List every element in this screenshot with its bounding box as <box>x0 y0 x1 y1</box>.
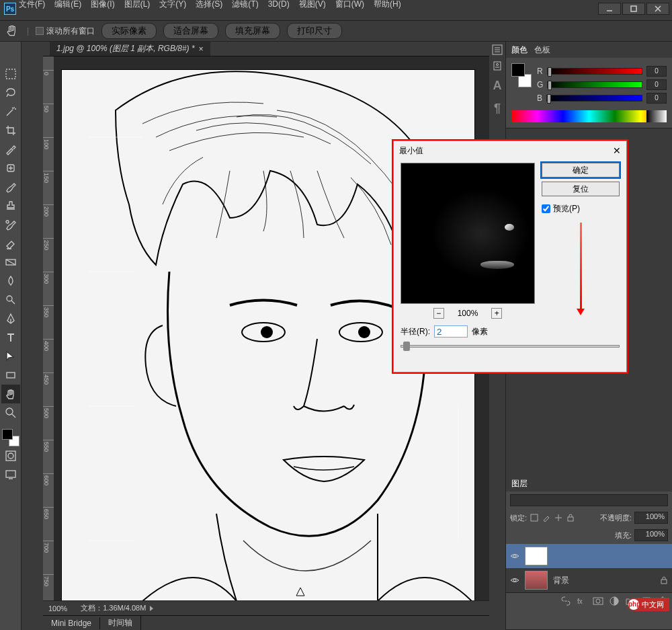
menu-window[interactable]: 窗口(W) <box>335 0 364 10</box>
wand-tool[interactable] <box>1 102 20 121</box>
tab-timeline[interactable]: 时间轴 <box>100 616 141 630</box>
document-tab[interactable]: 1.jpg @ 100% (图层 1 副本, RGB/8#) * × <box>50 42 210 56</box>
pen-tool[interactable] <box>1 309 20 328</box>
adjust-icon[interactable] <box>609 596 620 606</box>
path-tool[interactable] <box>1 347 20 366</box>
preview-label: 预览(P) <box>553 203 580 214</box>
spectrum-bar[interactable] <box>511 110 667 122</box>
maximize-button[interactable] <box>622 3 645 15</box>
history-brush-tool[interactable] <box>1 215 20 234</box>
fit-screen-button[interactable]: 适合屏幕 <box>163 23 218 39</box>
zoom-display[interactable]: 100% <box>48 604 67 613</box>
slider-b[interactable] <box>546 95 642 102</box>
tab-layers[interactable]: 图层 <box>511 478 528 489</box>
zoom-tool[interactable] <box>1 403 20 422</box>
value-r[interactable]: 0 <box>646 66 667 77</box>
zoom-out-button[interactable]: − <box>433 308 444 319</box>
menu-layer[interactable]: 图层(L) <box>124 0 151 10</box>
svg-rect-6 <box>7 372 15 378</box>
actual-pixels-button[interactable]: 实际像素 <box>101 23 157 39</box>
ruler-origin[interactable] <box>43 56 54 67</box>
doc-info-menu-icon[interactable] <box>150 606 153 611</box>
radius-input[interactable] <box>434 325 468 338</box>
color-panel: 颜色 色板 R0 G0 B0 <box>506 42 672 128</box>
zoom-in-button[interactable]: + <box>491 308 502 319</box>
tab-mini-bridge[interactable]: Mini Bridge <box>43 617 100 629</box>
paragraph-panel-icon[interactable]: ¶ <box>489 97 505 120</box>
slider-r[interactable] <box>547 68 642 75</box>
visibility-icon[interactable] <box>510 551 519 561</box>
dialog-titlebar[interactable]: 最小值 ✕ <box>394 141 626 160</box>
radius-slider[interactable] <box>401 342 620 351</box>
fill-input[interactable]: 100% <box>634 529 668 541</box>
svg-point-21 <box>513 579 516 582</box>
svg-rect-0 <box>631 6 636 11</box>
ruler-vertical[interactable]: 0501001502002503003504004505005506006507… <box>43 67 54 600</box>
doc-info[interactable]: 文档：1.36M/4.08M <box>81 603 146 613</box>
crop-tool[interactable] <box>1 121 20 140</box>
value-b[interactable]: 0 <box>646 93 667 104</box>
layer-name[interactable]: 背景 <box>553 575 569 586</box>
marquee-tool[interactable] <box>1 65 20 83</box>
layer-thumb <box>525 571 548 590</box>
menu-help[interactable]: 帮助(H) <box>374 0 401 10</box>
menu-edit[interactable]: 编辑(E) <box>54 0 81 10</box>
ok-button[interactable]: 确定 <box>542 163 620 178</box>
layer-row[interactable]: 背景 <box>506 568 672 592</box>
fill-screen-button[interactable]: 填充屏幕 <box>225 23 280 39</box>
lock-all-icon[interactable] <box>566 513 575 522</box>
close-tab-icon[interactable]: × <box>199 44 204 54</box>
hand-tool[interactable] <box>1 385 20 403</box>
tab-color[interactable]: 颜色 <box>511 44 528 56</box>
lock-trans-icon[interactable] <box>530 513 539 522</box>
fx-icon[interactable]: fx <box>577 596 587 606</box>
reset-button[interactable]: 复位 <box>542 182 620 196</box>
value-g[interactable]: 0 <box>646 79 667 90</box>
menu-type[interactable]: 文字(Y) <box>159 0 186 10</box>
mask-icon[interactable] <box>593 596 603 606</box>
blur-tool[interactable] <box>1 272 20 290</box>
dodge-tool[interactable] <box>1 290 20 309</box>
minimize-button[interactable] <box>598 3 621 15</box>
quickmask-tool[interactable] <box>1 446 20 465</box>
slider-g[interactable] <box>547 81 642 88</box>
tab-swatches[interactable]: 色板 <box>534 44 550 56</box>
lock-pos-icon[interactable] <box>554 513 563 522</box>
history-panel-icon[interactable] <box>489 42 505 58</box>
stamp-tool[interactable] <box>1 196 20 215</box>
scroll-all-checkbox[interactable]: 滚动所有窗口 <box>36 26 95 37</box>
properties-panel-icon[interactable] <box>489 58 505 74</box>
menu-image[interactable]: 图像(I) <box>91 0 114 10</box>
link-icon[interactable] <box>560 596 571 606</box>
menu-filter[interactable]: 滤镜(T) <box>232 0 258 10</box>
heal-tool[interactable] <box>1 159 20 178</box>
layer-row[interactable] <box>506 544 672 568</box>
preview-checkbox[interactable]: 预览(P) <box>542 203 620 214</box>
color-picker-swatch[interactable] <box>511 63 532 87</box>
dialog-preview[interactable] <box>401 163 535 304</box>
dialog-close-icon[interactable]: ✕ <box>613 145 621 156</box>
blend-mode-select[interactable] <box>510 494 668 506</box>
svg-point-9 <box>8 453 13 459</box>
move-tool[interactable] <box>1 46 20 65</box>
opacity-input[interactable]: 100% <box>634 512 668 524</box>
menu-3d[interactable]: 3D(D) <box>268 0 290 9</box>
brush-tool[interactable] <box>1 178 20 196</box>
bottom-tabs: Mini Bridge 时间轴 <box>43 615 489 630</box>
visibility-icon[interactable] <box>510 576 519 585</box>
lock-pixel-icon[interactable] <box>542 513 551 522</box>
color-swatch[interactable] <box>2 429 19 446</box>
lasso-tool[interactable] <box>1 83 20 102</box>
type-tool[interactable] <box>1 328 20 347</box>
menu-select[interactable]: 选择(S) <box>196 0 222 10</box>
eyedropper-tool[interactable] <box>1 140 20 159</box>
menu-view[interactable]: 视图(V) <box>299 0 326 10</box>
shape-tool[interactable] <box>1 366 20 385</box>
screenmode-tool[interactable] <box>1 465 20 484</box>
menu-file[interactable]: 文件(F) <box>19 0 45 10</box>
eraser-tool[interactable] <box>1 234 20 253</box>
close-window-button[interactable] <box>646 3 669 15</box>
print-size-button[interactable]: 打印尺寸 <box>287 23 342 39</box>
character-panel-icon[interactable]: A <box>489 74 505 97</box>
gradient-tool[interactable] <box>1 253 20 272</box>
